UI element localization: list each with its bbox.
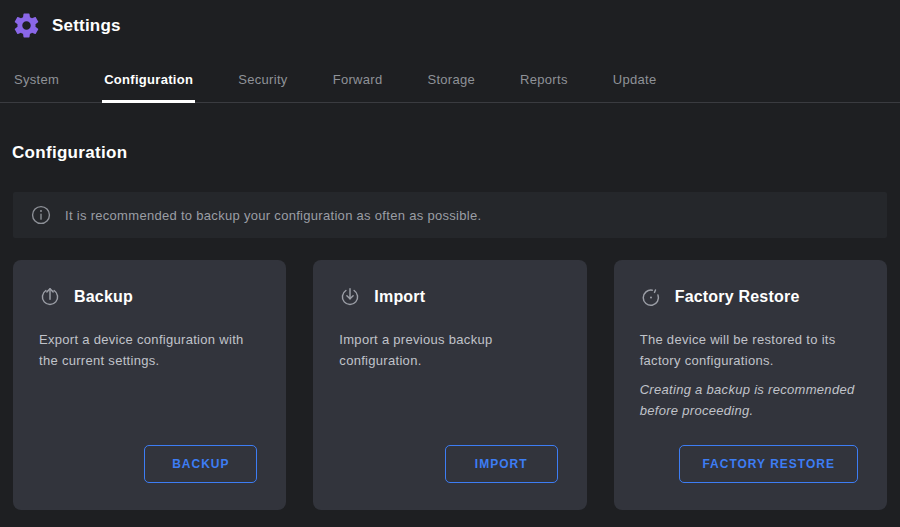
backup-card-description: Export a device configuration with the c… bbox=[39, 329, 262, 371]
tab-configuration[interactable]: Configuration bbox=[102, 62, 195, 102]
import-card-title: Import bbox=[374, 288, 425, 306]
tab-storage[interactable]: Storage bbox=[425, 62, 477, 102]
factory-restore-card-note: Creating a backup is recommended before … bbox=[640, 379, 863, 421]
backup-card: Backup Export a device configuration wit… bbox=[13, 260, 286, 510]
import-card: Import Import a previous backup configur… bbox=[313, 260, 586, 510]
tab-update[interactable]: Update bbox=[611, 62, 659, 102]
tab-bar: System Configuration Security Forward St… bbox=[0, 62, 900, 103]
action-cards: Backup Export a device configuration wit… bbox=[13, 260, 887, 510]
section-heading: Configuration bbox=[12, 143, 888, 163]
upload-icon bbox=[39, 286, 61, 308]
factory-restore-card-header: Factory Restore bbox=[640, 286, 863, 308]
backup-card-title: Backup bbox=[74, 288, 133, 306]
backup-button[interactable]: BACKUP bbox=[144, 445, 257, 483]
download-icon bbox=[339, 286, 361, 308]
tab-forward[interactable]: Forward bbox=[331, 62, 385, 102]
page-title: Settings bbox=[52, 16, 121, 36]
factory-restore-card: Factory Restore The device will be resto… bbox=[614, 260, 887, 510]
app-header: Settings bbox=[0, 0, 900, 48]
info-banner: It is recommended to backup your configu… bbox=[13, 192, 887, 238]
tab-security[interactable]: Security bbox=[236, 62, 289, 102]
factory-restore-card-title: Factory Restore bbox=[675, 288, 800, 306]
factory-restore-card-description: The device will be restored to its facto… bbox=[640, 329, 863, 371]
restore-icon bbox=[640, 286, 662, 308]
info-icon bbox=[30, 204, 52, 226]
settings-gear-icon bbox=[12, 11, 41, 40]
import-card-description: Import a previous backup configuration. bbox=[339, 329, 562, 371]
info-banner-text: It is recommended to backup your configu… bbox=[65, 208, 481, 223]
tab-system[interactable]: System bbox=[12, 62, 61, 102]
import-button[interactable]: IMPORT bbox=[445, 445, 558, 483]
import-card-header: Import bbox=[339, 286, 562, 308]
tab-reports[interactable]: Reports bbox=[518, 62, 570, 102]
backup-card-header: Backup bbox=[39, 286, 262, 308]
factory-restore-button[interactable]: FACTORY RESTORE bbox=[679, 445, 858, 483]
